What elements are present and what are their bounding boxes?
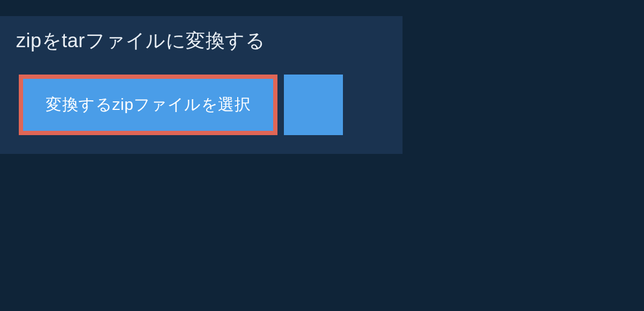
button-row: 変換するzipファイルを選択 [0, 75, 402, 135]
converter-panel: zipをtarファイルに変換する 変換するzipファイルを選択 [0, 16, 402, 154]
page-title: zipをtarファイルに変換する [0, 16, 402, 64]
dropbox-button[interactable] [284, 75, 343, 135]
select-file-label: 変換するzipファイルを選択 [46, 94, 251, 116]
select-file-button[interactable]: 変換するzipファイルを選択 [19, 75, 277, 135]
